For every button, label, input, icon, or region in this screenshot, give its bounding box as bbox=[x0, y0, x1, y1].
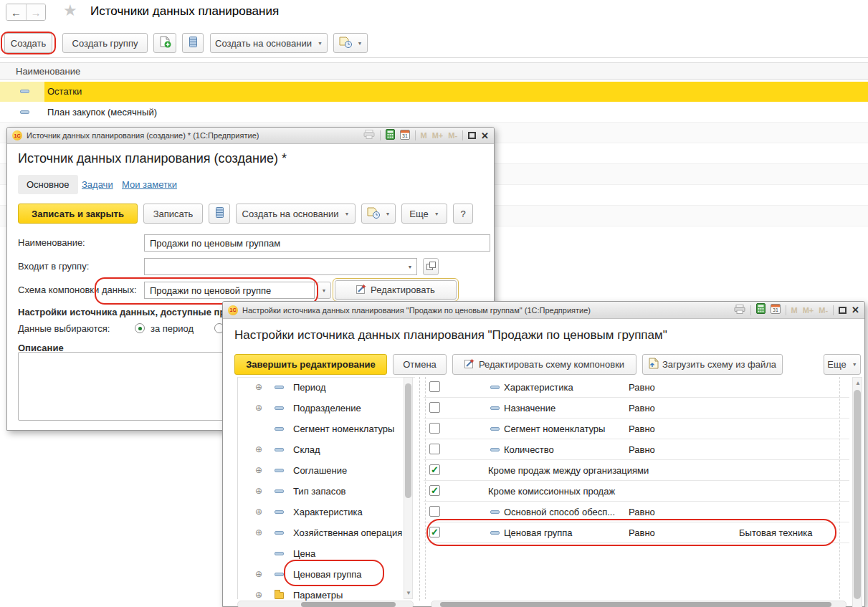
schema-dropdown-button[interactable]: ▼ bbox=[317, 282, 331, 299]
filter-row-except-intercompany[interactable]: ✓Кроме продаж между организациями bbox=[424, 460, 849, 481]
favorite-star-icon[interactable]: ★ bbox=[63, 1, 77, 20]
scroll-down-icon[interactable]: ▼ bbox=[406, 591, 411, 596]
help-button[interactable]: ? bbox=[453, 204, 473, 224]
memory-mplus-button[interactable]: M+ bbox=[432, 131, 444, 140]
tree-row-segment[interactable]: Сегмент номенклатуры bbox=[237, 419, 413, 439]
scrollbar-thumb[interactable] bbox=[405, 383, 411, 498]
memory-m-button[interactable]: M bbox=[791, 306, 798, 315]
filter-row-price-group[interactable]: ✓Ценовая группаРавноБытовая техника bbox=[424, 522, 849, 543]
more-button[interactable]: Еще ▼ bbox=[401, 204, 447, 224]
create-group-button[interactable]: Создать группу bbox=[62, 33, 148, 53]
list-settings-button[interactable] bbox=[209, 204, 230, 224]
edit-schema-button[interactable]: Редактировать схему компоновки bbox=[452, 354, 636, 375]
save-button[interactable]: Записать bbox=[143, 204, 203, 224]
checkbox[interactable] bbox=[429, 381, 440, 392]
dialog1-titlebar[interactable]: 1С Источник данных планирования (создани… bbox=[7, 128, 494, 144]
list-row-selected[interactable]: Остатки bbox=[0, 82, 868, 102]
calendar-icon[interactable]: 31 bbox=[400, 129, 410, 143]
memory-mminus-button[interactable]: M- bbox=[819, 306, 828, 315]
tree-row-warehouse[interactable]: ⊕Склад bbox=[237, 439, 413, 460]
report-dropdown-button[interactable]: ▼ bbox=[361, 204, 396, 224]
tree-horizontal-scrollbar[interactable] bbox=[237, 601, 414, 607]
edit-button[interactable]: Редактировать bbox=[335, 280, 457, 300]
tree-row-price-group[interactable]: ⊕Ценовая группа bbox=[237, 564, 413, 585]
filter-row-except-commission[interactable]: ✓Кроме комиссионных продаж bbox=[424, 481, 849, 502]
list-settings-button[interactable] bbox=[182, 33, 204, 53]
memory-mminus-button[interactable]: M- bbox=[448, 131, 457, 140]
memory-m-button[interactable]: M bbox=[421, 131, 427, 140]
tree-row-department[interactable]: ⊕Подразделение bbox=[237, 398, 413, 419]
tab-tasks[interactable]: Задачи bbox=[82, 179, 113, 190]
tree-row-price[interactable]: Цена bbox=[237, 543, 413, 564]
close-button[interactable]: ✕ bbox=[852, 305, 859, 315]
calendar-icon[interactable]: 31 bbox=[771, 303, 781, 317]
expand-icon[interactable]: ⊕ bbox=[255, 383, 262, 391]
column-header-row[interactable]: Наименование bbox=[0, 62, 868, 80]
filter-vertical-scrollbar[interactable]: ▲ bbox=[852, 377, 862, 607]
expand-icon[interactable]: ⊕ bbox=[255, 591, 262, 599]
scroll-up-icon[interactable]: ▲ bbox=[855, 381, 861, 386]
dialog2-titlebar[interactable]: 1С Настройки источника данных планирован… bbox=[223, 302, 864, 319]
tree-row-period[interactable]: ⊕Период bbox=[237, 377, 413, 398]
tab-notes[interactable]: Мои заметки bbox=[122, 179, 177, 190]
schema-input[interactable]: Продажи по ценовой группе bbox=[144, 282, 315, 299]
group-choose-button[interactable] bbox=[423, 258, 439, 275]
calculator-icon[interactable] bbox=[386, 129, 395, 143]
scrollbar-thumb[interactable] bbox=[854, 390, 861, 599]
create-based-on-button[interactable]: Создать на основании ▼ bbox=[236, 204, 356, 224]
add-copy-button[interactable] bbox=[153, 33, 176, 53]
print-icon[interactable] bbox=[734, 304, 745, 317]
tree-row-business-operation[interactable]: ⊕Хозяйственная операция bbox=[237, 522, 413, 543]
more-button[interactable]: Еще ▼ bbox=[824, 354, 861, 375]
checkbox[interactable] bbox=[429, 444, 440, 454]
close-button[interactable]: ✕ bbox=[481, 131, 489, 140]
save-close-button[interactable]: Записать и закрыть bbox=[18, 204, 138, 224]
chevron-down-icon[interactable]: ▼ bbox=[404, 259, 416, 274]
maximize-button[interactable] bbox=[839, 307, 846, 314]
expand-icon[interactable]: ⊕ bbox=[255, 528, 262, 537]
checkbox[interactable]: ✓ bbox=[429, 527, 440, 537]
scrollbar-thumb[interactable] bbox=[301, 602, 396, 607]
forward-button[interactable]: → bbox=[26, 4, 45, 20]
tab-main[interactable]: Основное bbox=[18, 175, 78, 194]
cancel-button[interactable]: Отмена bbox=[393, 354, 447, 375]
filter-row-supply-method[interactable]: Основной способ обесп...Равно bbox=[424, 502, 849, 522]
checkbox[interactable]: ✓ bbox=[429, 464, 440, 475]
checkbox[interactable] bbox=[429, 423, 440, 434]
panel-splitter[interactable] bbox=[419, 377, 420, 601]
expand-icon[interactable]: ⊕ bbox=[255, 466, 262, 474]
tree-row-agreement[interactable]: ⊕Соглашение bbox=[237, 460, 413, 481]
memory-mplus-button[interactable]: M+ bbox=[803, 306, 814, 315]
create-based-on-button[interactable]: Создать на основании ▼ bbox=[210, 33, 328, 53]
tree-row-stock-type[interactable]: ⊕Тип запасов bbox=[237, 481, 413, 502]
filter-row-purpose[interactable]: НазначениеРавно bbox=[424, 398, 849, 419]
name-input[interactable]: Продажи по ценовым группам bbox=[144, 234, 490, 252]
dash-icon bbox=[275, 427, 284, 431]
back-button[interactable]: ← bbox=[6, 4, 26, 20]
report-dropdown-button[interactable]: ▼ bbox=[333, 33, 368, 53]
print-icon[interactable] bbox=[363, 129, 375, 142]
expand-icon[interactable]: ⊕ bbox=[255, 403, 262, 412]
tree-row-characteristic[interactable]: ⊕Характеристика bbox=[237, 502, 413, 522]
list-row[interactable]: План закупок (месячный) bbox=[0, 102, 868, 123]
filter-horizontal-scrollbar[interactable] bbox=[431, 601, 846, 607]
filter-row-quantity[interactable]: КоличествоРавно bbox=[424, 439, 849, 460]
expand-icon[interactable]: ⊕ bbox=[255, 487, 262, 495]
filter-row-characteristic[interactable]: ХарактеристикаРавно bbox=[424, 377, 849, 398]
calculator-icon[interactable] bbox=[756, 303, 766, 317]
radio-period[interactable] bbox=[135, 323, 145, 333]
group-input[interactable]: ▼ bbox=[144, 258, 417, 275]
checkbox[interactable]: ✓ bbox=[429, 485, 440, 496]
scrollbar-thumb[interactable] bbox=[440, 602, 831, 607]
checkbox[interactable] bbox=[429, 506, 440, 517]
create-button[interactable]: Создать bbox=[4, 33, 52, 53]
filter-row-segment[interactable]: Сегмент номенклатурыРавно bbox=[424, 419, 849, 439]
tree-vertical-scrollbar[interactable]: ▼ bbox=[404, 377, 413, 599]
maximize-button[interactable] bbox=[468, 132, 476, 139]
expand-icon[interactable]: ⊕ bbox=[255, 507, 262, 516]
load-schema-button[interactable]: Загрузить схему из файла bbox=[642, 354, 783, 375]
finish-editing-button[interactable]: Завершить редактирование bbox=[234, 354, 387, 375]
checkbox[interactable] bbox=[429, 402, 440, 413]
expand-icon[interactable]: ⊕ bbox=[255, 445, 262, 454]
expand-icon[interactable]: ⊕ bbox=[255, 570, 262, 578]
